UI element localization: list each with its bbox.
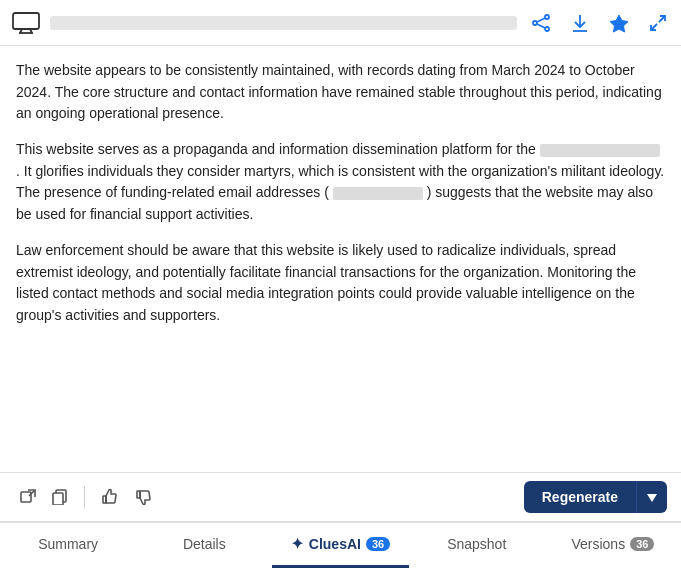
tab-cluesai[interactable]: ✦ CluesAI 36 [272, 523, 408, 568]
tab-versions[interactable]: Versions 36 [545, 523, 681, 568]
svg-marker-11 [610, 15, 628, 32]
svg-line-8 [537, 24, 545, 28]
thumbs-down-button[interactable] [129, 484, 159, 510]
svg-rect-21 [137, 491, 140, 498]
tab-summary[interactable]: Summary [0, 523, 136, 568]
download-button[interactable] [569, 11, 591, 35]
external-link-button[interactable] [14, 485, 42, 509]
svg-line-7 [537, 18, 545, 22]
svg-point-4 [545, 15, 549, 19]
svg-point-6 [545, 27, 549, 31]
redacted-org-name [540, 144, 660, 157]
svg-rect-14 [21, 492, 31, 502]
expand-button[interactable] [647, 12, 669, 34]
svg-point-5 [533, 21, 537, 25]
star-button[interactable] [607, 11, 631, 35]
thumbs-up-button[interactable] [95, 484, 125, 510]
page-title-blur [50, 16, 517, 30]
svg-marker-22 [647, 494, 657, 502]
tab-bar: Summary Details ✦ CluesAI 36 Snapshot Ve… [0, 522, 681, 568]
svg-rect-19 [103, 496, 106, 503]
tab-details[interactable]: Details [136, 523, 272, 568]
regenerate-group: Regenerate [524, 481, 667, 513]
paragraph-2: This website serves as a propaganda and … [16, 139, 665, 226]
svg-line-15 [29, 490, 35, 496]
cluesai-icon: ✦ [291, 535, 304, 553]
header [0, 0, 681, 46]
paragraph-1: The website appears to be consistently m… [16, 60, 665, 125]
monitor-icon [12, 12, 40, 34]
regenerate-dropdown-button[interactable] [636, 481, 667, 513]
regenerate-button[interactable]: Regenerate [524, 481, 636, 513]
copy-button[interactable] [46, 485, 74, 509]
action-bar: Regenerate [0, 472, 681, 522]
share-button[interactable] [529, 12, 553, 34]
svg-rect-0 [13, 13, 39, 29]
action-bar-divider [84, 486, 85, 508]
redacted-email [333, 187, 423, 200]
main-content: The website appears to be consistently m… [0, 46, 681, 472]
header-actions [529, 11, 669, 35]
tab-snapshot[interactable]: Snapshot [409, 523, 545, 568]
svg-rect-17 [53, 493, 63, 505]
paragraph-3: Law enforcement should be aware that thi… [16, 240, 665, 327]
